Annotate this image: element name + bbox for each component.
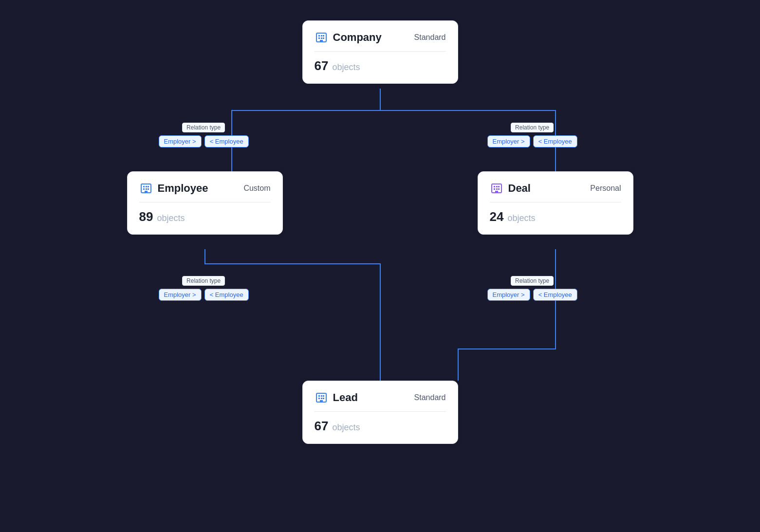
employee-btn-el[interactable]: < Employee xyxy=(204,289,249,301)
relation-type-label-dl: Relation type xyxy=(511,276,554,286)
company-header: Company Standard xyxy=(315,31,446,44)
deal-count-label: objects xyxy=(507,213,535,223)
lead-badge: Standard xyxy=(414,393,446,402)
relation-type-label-el: Relation type xyxy=(182,276,225,286)
lead-icon xyxy=(315,391,328,404)
svg-rect-31 xyxy=(320,400,323,402)
lead-divider xyxy=(315,411,446,412)
svg-rect-4 xyxy=(318,37,320,39)
employee-btn-dl[interactable]: < Employee xyxy=(533,289,577,301)
employee-header: Employee Custom xyxy=(139,182,271,195)
svg-rect-26 xyxy=(321,395,322,397)
svg-rect-22 xyxy=(498,188,500,190)
employee-divider xyxy=(139,202,271,202)
employee-badge: Custom xyxy=(243,184,270,193)
lead-count-num: 67 xyxy=(315,419,329,434)
connector-lines xyxy=(64,11,697,522)
lead-title: Lead xyxy=(333,391,358,404)
svg-rect-12 xyxy=(143,188,145,190)
deal-node: Deal Personal 24 objects xyxy=(478,171,633,235)
company-title: Company xyxy=(333,31,382,44)
employer-btn-ce[interactable]: Employer > xyxy=(159,135,202,147)
company-badge: Standard xyxy=(414,33,446,42)
employer-btn-dl[interactable]: Employer > xyxy=(487,289,530,301)
svg-rect-7 xyxy=(320,40,323,42)
svg-rect-19 xyxy=(498,186,500,187)
svg-rect-15 xyxy=(145,191,148,193)
svg-rect-17 xyxy=(494,186,495,187)
lead-count: 67 objects xyxy=(315,419,446,434)
relation-buttons-dl: Employer > < Employee xyxy=(487,289,577,301)
svg-rect-11 xyxy=(148,186,149,187)
relation-buttons-ce: Employer > < Employee xyxy=(159,135,249,147)
svg-rect-27 xyxy=(323,395,324,397)
relation-employee-lead: Relation type Employer > < Employee xyxy=(159,276,249,301)
svg-rect-23 xyxy=(495,191,498,193)
svg-rect-21 xyxy=(496,188,498,190)
employee-count-num: 89 xyxy=(139,209,153,224)
relation-type-label-ce: Relation type xyxy=(182,123,225,132)
employee-count-label: objects xyxy=(157,213,185,223)
svg-rect-5 xyxy=(321,37,322,39)
company-count-num: 67 xyxy=(315,58,329,73)
svg-rect-14 xyxy=(148,188,149,190)
company-node: Company Standard 67 objects xyxy=(302,20,458,84)
relation-company-employee: Relation type Employer > < Employee xyxy=(159,123,249,147)
lead-count-label: objects xyxy=(332,422,360,433)
deal-title-group: Deal xyxy=(490,182,531,195)
deal-count: 24 objects xyxy=(490,209,621,224)
svg-rect-30 xyxy=(323,398,324,399)
svg-rect-25 xyxy=(318,395,320,397)
svg-rect-6 xyxy=(323,37,324,39)
svg-rect-9 xyxy=(143,186,145,187)
employee-btn-ce[interactable]: < Employee xyxy=(204,135,249,147)
deal-title: Deal xyxy=(508,182,531,195)
deal-header: Deal Personal xyxy=(490,182,621,195)
svg-rect-3 xyxy=(323,35,324,37)
svg-rect-28 xyxy=(318,398,320,399)
employee-icon xyxy=(139,182,153,195)
relation-type-label-cd: Relation type xyxy=(511,123,554,132)
lead-node: Lead Standard 67 objects xyxy=(302,381,458,444)
deal-badge: Personal xyxy=(590,184,621,193)
employee-title-group: Employee xyxy=(139,182,208,195)
lead-title-group: Lead xyxy=(315,391,358,404)
relation-buttons-cd: Employer > < Employee xyxy=(487,135,577,147)
deal-divider xyxy=(490,202,621,202)
relation-deal-lead: Relation type Employer > < Employee xyxy=(487,276,577,301)
company-icon xyxy=(315,31,328,44)
svg-rect-13 xyxy=(146,188,147,190)
relation-company-deal: Relation type Employer > < Employee xyxy=(487,123,577,147)
employer-btn-cd[interactable]: Employer > xyxy=(487,135,530,147)
svg-rect-10 xyxy=(146,186,147,187)
employee-count: 89 objects xyxy=(139,209,271,224)
svg-rect-1 xyxy=(318,35,320,37)
relation-buttons-el: Employer > < Employee xyxy=(159,289,249,301)
employee-node: Employee Custom 89 objects xyxy=(127,171,283,235)
company-title-group: Company xyxy=(315,31,382,44)
diagram-canvas: Company Standard 67 objects xyxy=(64,11,697,522)
svg-rect-2 xyxy=(321,35,322,37)
svg-rect-29 xyxy=(321,398,322,399)
company-divider xyxy=(315,51,446,52)
lead-header: Lead Standard xyxy=(315,391,446,404)
employer-btn-el[interactable]: Employer > xyxy=(159,289,202,301)
company-count-label: objects xyxy=(332,62,360,73)
svg-rect-18 xyxy=(496,186,498,187)
deal-icon xyxy=(490,182,503,195)
employee-title: Employee xyxy=(158,182,208,195)
company-count: 67 objects xyxy=(315,58,446,73)
deal-count-num: 24 xyxy=(490,209,504,224)
employee-btn-cd[interactable]: < Employee xyxy=(533,135,577,147)
svg-rect-20 xyxy=(494,188,495,190)
